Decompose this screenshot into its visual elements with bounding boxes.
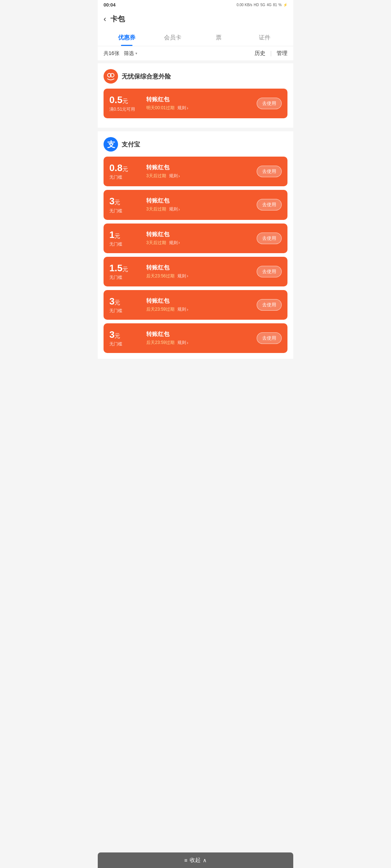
coupon-type: 转账红包 xyxy=(146,197,252,205)
coupon-info: 转账红包 明天00:01过期 规则 › xyxy=(142,96,257,111)
chevron-right-icon: › xyxy=(187,340,188,345)
use-coupon-btn-alipay-2[interactable]: 去使用 xyxy=(257,233,282,244)
signal-4g-icon: 4G xyxy=(267,3,272,7)
total-count: 共16张 xyxy=(104,50,119,57)
tab-coupons[interactable]: 优惠券 xyxy=(104,30,150,46)
coupon-info: 转账红包 后天23:56过期 规则 › xyxy=(142,264,257,279)
coupon-expire: 3天后过期 xyxy=(146,173,166,179)
coupon-info: 转账红包 后天23:59过期 规则 › xyxy=(142,331,257,346)
lightning-icon: ⚡ xyxy=(283,3,287,7)
coupon-value: 1元 xyxy=(109,229,142,241)
hd-icon: HD xyxy=(254,3,259,7)
chevron-right-icon: › xyxy=(187,273,188,278)
coupon-alipay-1: 3元 无门槛 转账红包 3天后过期 规则 › 去使用 xyxy=(104,190,287,220)
divider: ｜ xyxy=(268,50,274,57)
coupon-condition: 无门槛 xyxy=(109,241,142,247)
status-bar: 00:04 0.00 KB/s HD 5G 4G 81 % ⚡ xyxy=(98,0,293,10)
coupon-alipay-3: 1.5元 无门槛 转账红包 后天23:56过期 规则 › 去使用 xyxy=(104,257,287,286)
logo-alipay: 支 xyxy=(104,137,118,152)
coupon-condition: 无门槛 xyxy=(109,341,142,347)
coupon-meta: 后天23:59过期 规则 › xyxy=(146,306,252,312)
coupon-meta: 3天后过期 规则 › xyxy=(146,206,252,212)
coupon-rules-btn[interactable]: 规则 › xyxy=(177,306,188,312)
coupon-value: 3元 xyxy=(109,196,142,207)
coupon-amount-area: 1元 无门槛 xyxy=(109,229,142,247)
tab-tickets[interactable]: 票 xyxy=(196,30,241,46)
coupon-expire: 明天00:01过期 xyxy=(146,105,175,111)
history-button[interactable]: 历史 xyxy=(255,50,265,57)
back-button[interactable]: ‹ xyxy=(104,15,106,23)
header: ‹ 卡包 xyxy=(98,10,293,30)
use-coupon-btn-alipay-4[interactable]: 去使用 xyxy=(257,299,282,311)
coupon-expire: 3天后过期 xyxy=(146,240,166,246)
chevron-down-icon: ▾ xyxy=(135,51,137,55)
coupon-rules-btn[interactable]: 规则 › xyxy=(177,105,188,111)
coupon-alipay-2: 1元 无门槛 转账红包 3天后过期 规则 › 去使用 xyxy=(104,224,287,253)
chevron-right-icon: › xyxy=(178,240,180,245)
filter-bar: 共16张 筛选 ▾ 历史 ｜ 管理 xyxy=(98,46,293,60)
coupon-type: 转账红包 xyxy=(146,264,252,272)
coupon-alipay-4: 3元 无门槛 转账红包 后天23:59过期 规则 › 去使用 xyxy=(104,290,287,320)
coupon-meta: 明天00:01过期 规则 › xyxy=(146,105,252,111)
coupon-type: 转账红包 xyxy=(146,331,252,338)
coupon-expire: 3天后过期 xyxy=(146,206,166,212)
coupon-amount-area: 0.8元 无门槛 xyxy=(109,162,142,180)
section-name-wuyou: 无忧保综合意外险 xyxy=(122,72,171,81)
filter-right: 历史 ｜ 管理 xyxy=(255,50,287,57)
coupon-info: 转账红包 3天后过期 规则 › xyxy=(142,197,257,212)
chevron-right-icon: › xyxy=(178,207,180,212)
coupon-type: 转账红包 xyxy=(146,96,252,103)
use-coupon-btn-alipay-0[interactable]: 去使用 xyxy=(257,166,282,177)
coupon-value: 3元 xyxy=(109,329,142,340)
logo-wuyou xyxy=(104,69,118,84)
section-wuyou: 无忧保综合意外险 0.5元 满0.51元可用 转账红包 明天00:01过期 规则… xyxy=(98,63,293,128)
filter-button[interactable]: 筛选 ▾ xyxy=(124,50,137,57)
coupon-rules-btn[interactable]: 规则 › xyxy=(169,206,180,212)
coupon-value: 0.5元 xyxy=(109,94,142,106)
coupon-amount-area: 1.5元 无门槛 xyxy=(109,263,142,281)
coupon-condition: 无门槛 xyxy=(109,208,142,214)
coupon-rules-btn[interactable]: 规则 › xyxy=(177,273,188,279)
coupon-expire: 后天23:56过期 xyxy=(146,273,175,279)
battery-percent: 81 xyxy=(273,3,277,7)
use-coupon-btn-wuyou-0[interactable]: 去使用 xyxy=(257,98,282,109)
chevron-right-icon: › xyxy=(187,106,188,111)
page-title: 卡包 xyxy=(110,14,125,24)
coupon-alipay-5: 3元 无门槛 转账红包 后天23:59过期 规则 › 去使用 xyxy=(104,323,287,353)
use-coupon-btn-alipay-3[interactable]: 去使用 xyxy=(257,266,282,277)
coupon-alipay-0: 0.8元 无门槛 转账红包 3天后过期 规则 › 去使用 xyxy=(104,157,287,186)
coupon-amount-area: 0.5元 满0.51元可用 xyxy=(109,94,142,112)
svg-text:支: 支 xyxy=(107,140,115,149)
section-header-alipay: 支 支付宝 xyxy=(104,137,287,152)
coupon-type: 转账红包 xyxy=(146,231,252,238)
coupon-rules-btn[interactable]: 规则 › xyxy=(177,340,188,346)
tab-certificates[interactable]: 证件 xyxy=(241,30,287,46)
coupon-rules-btn[interactable]: 规则 › xyxy=(169,240,180,246)
coupon-value: 1.5元 xyxy=(109,263,142,274)
coupon-condition: 无门槛 xyxy=(109,275,142,281)
coupon-info: 转账红包 后天23:59过期 规则 › xyxy=(142,297,257,312)
coupon-meta: 后天23:59过期 规则 › xyxy=(146,340,252,346)
coupon-type: 转账红包 xyxy=(146,297,252,305)
coupon-meta: 3天后过期 规则 › xyxy=(146,240,252,246)
use-coupon-btn-alipay-5[interactable]: 去使用 xyxy=(257,332,282,344)
use-coupon-btn-alipay-1[interactable]: 去使用 xyxy=(257,199,282,210)
section-header-wuyou: 无忧保综合意外险 xyxy=(104,69,287,84)
status-icons: 0.00 KB/s HD 5G 4G 81 % ⚡ xyxy=(236,3,287,7)
coupon-condition: 无门槛 xyxy=(109,308,142,314)
coupon-expire: 后天23:59过期 xyxy=(146,306,175,312)
filter-label: 筛选 xyxy=(124,50,134,57)
tab-membership[interactable]: 会员卡 xyxy=(150,30,196,46)
coupon-amount-area: 3元 无门槛 xyxy=(109,296,142,314)
chevron-right-icon: › xyxy=(187,307,188,312)
coupon-expire: 后天23:59过期 xyxy=(146,340,175,346)
coupon-rules-btn[interactable]: 规则 › xyxy=(169,173,180,179)
coupon-info: 转账红包 3天后过期 规则 › xyxy=(142,164,257,179)
coupon-type: 转账红包 xyxy=(146,164,252,171)
signal-5g-icon: 5G xyxy=(260,3,265,7)
coupon-info: 转账红包 3天后过期 规则 › xyxy=(142,231,257,246)
section-name-alipay: 支付宝 xyxy=(122,140,140,149)
section-alipay: 支 支付宝 0.8元 无门槛 转账红包 3天后过期 规则 › 去使用 xyxy=(98,131,293,359)
manage-button[interactable]: 管理 xyxy=(277,50,287,57)
coupon-condition: 无门槛 xyxy=(109,174,142,180)
